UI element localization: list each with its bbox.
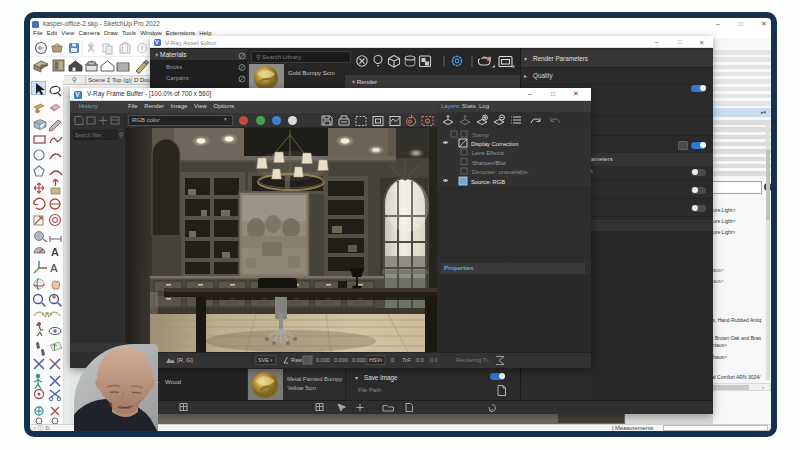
svg-text:Display Correction: Display Correction	[471, 141, 518, 147]
svg-text:SVE: SVE	[258, 357, 269, 363]
svg-text:[R, G]: [R, G]	[177, 357, 193, 363]
svg-text:A: A	[51, 246, 59, 258]
svg-text:A: A	[50, 262, 58, 274]
svg-text:0.000: 0.000	[352, 357, 366, 363]
svg-text:HSV: HSV	[369, 357, 381, 363]
svg-text:0.0: 0.0	[430, 357, 438, 363]
svg-text:Source: RGB: Source: RGB	[471, 179, 505, 185]
svg-text:Sharpen/Blur: Sharpen/Blur	[472, 160, 506, 166]
svg-text:Stamp: Stamp	[472, 132, 489, 138]
svg-text:Raw: Raw	[291, 357, 302, 363]
svg-text:0: 0	[391, 357, 394, 363]
svg-text:Lens Effects: Lens Effects	[472, 150, 504, 156]
svg-text:Rendering Ti..: Rendering Ti..	[456, 357, 491, 363]
svg-text:0.000: 0.000	[316, 357, 330, 363]
svg-text:Denoiser: unavailable: Denoiser: unavailable	[472, 169, 528, 175]
svg-text:0.000: 0.000	[334, 357, 348, 363]
svg-text:0.0: 0.0	[416, 357, 424, 363]
svg-text:ToF: ToF	[402, 357, 412, 363]
